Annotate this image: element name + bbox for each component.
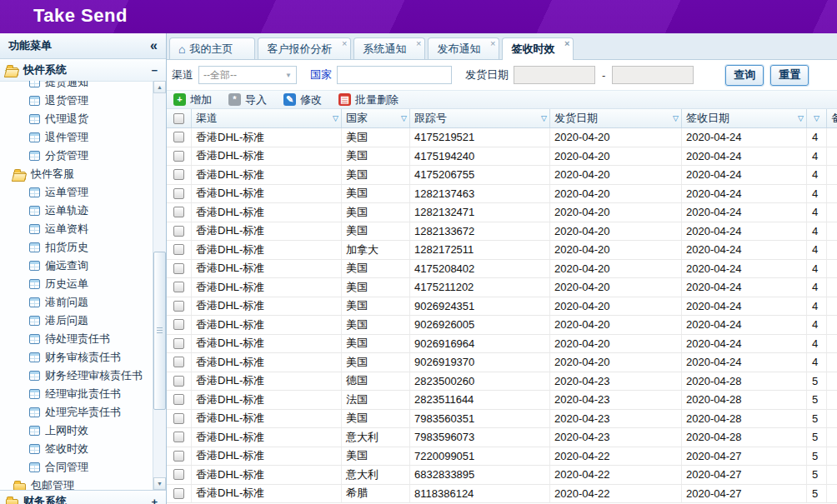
header-checkbox-cell[interactable] bbox=[167, 109, 192, 127]
tab-我的主页[interactable]: ⌂我的主页 bbox=[169, 37, 255, 59]
row-checkbox-cell[interactable] bbox=[167, 485, 192, 503]
sidebar-section-express-system[interactable]: → 快件系统 − bbox=[0, 59, 166, 82]
sidebar-item[interactable]: 财务审核责任书 bbox=[0, 348, 153, 367]
sort-icon[interactable]: ▽ bbox=[673, 114, 679, 122]
row-checkbox-cell[interactable] bbox=[167, 166, 192, 184]
scroll-down-icon[interactable]: ▼ bbox=[153, 477, 166, 490]
sidebar-item[interactable]: 提货通知 bbox=[0, 81, 153, 92]
tab-close-icon[interactable]: × bbox=[342, 39, 347, 48]
row-checkbox[interactable] bbox=[173, 413, 184, 424]
scrollbar-thumb[interactable] bbox=[153, 252, 166, 410]
sidebar-item[interactable]: 偏远查询 bbox=[0, 257, 153, 275]
table-row[interactable]: 香港DHL-标准意大利79835960732020-04-232020-04-2… bbox=[167, 428, 837, 447]
import-button[interactable]: *导入 bbox=[228, 92, 267, 107]
sort-icon[interactable]: ▽ bbox=[333, 114, 338, 122]
table-row[interactable]: 香港DHL-标准美国41752112022020-04-202020-04-24… bbox=[167, 278, 837, 297]
tab-close-icon[interactable]: × bbox=[490, 39, 495, 48]
row-checkbox[interactable] bbox=[173, 244, 184, 255]
edit-button[interactable]: ✎修改 bbox=[283, 92, 322, 107]
row-checkbox[interactable] bbox=[173, 319, 184, 330]
sidebar-item[interactable]: 签收时效 bbox=[0, 440, 153, 458]
row-checkbox-cell[interactable] bbox=[167, 428, 192, 447]
sidebar-item[interactable]: 包邮管理 bbox=[0, 477, 153, 490]
table-row[interactable]: 香港DHL-标准美国12821336722020-04-202020-04-24… bbox=[167, 222, 837, 242]
row-checkbox[interactable] bbox=[173, 376, 184, 387]
row-checkbox[interactable] bbox=[173, 188, 184, 199]
row-checkbox[interactable] bbox=[173, 226, 184, 237]
row-checkbox-cell[interactable] bbox=[167, 297, 192, 316]
row-checkbox-cell[interactable] bbox=[167, 147, 192, 166]
sidebar-item[interactable]: 合同管理 bbox=[0, 458, 153, 477]
table-row[interactable]: 香港DHL-标准美国41752067552020-04-202020-04-24… bbox=[167, 166, 837, 185]
row-checkbox[interactable] bbox=[173, 469, 184, 480]
table-row[interactable]: 香港DHL-标准美国90269243512020-04-202020-04-24… bbox=[167, 297, 837, 317]
table-row[interactable]: 香港DHL-标准美国90269169642020-04-202020-04-24… bbox=[167, 335, 837, 354]
row-checkbox[interactable] bbox=[173, 263, 184, 274]
sidebar-item[interactable]: 代理退货 bbox=[0, 110, 153, 128]
table-row[interactable]: 香港DHL-标准美国41752084022020-04-202020-04-24… bbox=[167, 260, 837, 279]
sidebar-item[interactable]: 运单资料 bbox=[0, 220, 153, 238]
sidebar-item[interactable]: 运单轨迹 bbox=[0, 202, 153, 220]
sidebar-section-finance-system[interactable]: 财务系统 + bbox=[0, 490, 166, 504]
batch-delete-button[interactable]: ▤批量删除 bbox=[338, 92, 398, 107]
row-checkbox[interactable] bbox=[173, 432, 184, 442]
tab-close-icon[interactable]: × bbox=[564, 39, 569, 48]
table-row[interactable]: 香港DHL-标准法国28235116442020-04-232020-04-28… bbox=[167, 391, 837, 410]
row-checkbox-cell[interactable] bbox=[167, 466, 192, 484]
row-checkbox-cell[interactable] bbox=[167, 335, 192, 353]
tab-客户报价分析[interactable]: 客户报价分析× bbox=[258, 37, 351, 59]
table-row[interactable]: 香港DHL-标准美国12821374632020-04-202020-04-24… bbox=[167, 185, 837, 204]
row-checkbox[interactable] bbox=[173, 488, 184, 499]
column-header-ship_date[interactable]: 发货日期▽ bbox=[550, 109, 682, 127]
sidebar-item[interactable]: 历史运单 bbox=[0, 275, 153, 293]
table-row[interactable]: 香港DHL-标准美国12821324712020-04-202020-04-24… bbox=[167, 203, 837, 222]
channel-select[interactable]: --全部-- ▼ bbox=[198, 66, 297, 84]
collapse-minus-icon[interactable]: − bbox=[151, 64, 158, 77]
expand-plus-icon[interactable]: + bbox=[151, 496, 158, 504]
sidebar-scrollbar[interactable]: ▲ ▼ bbox=[153, 81, 166, 490]
row-checkbox[interactable] bbox=[173, 132, 184, 142]
row-checkbox-cell[interactable] bbox=[167, 260, 192, 278]
row-checkbox-cell[interactable] bbox=[167, 447, 192, 466]
table-row[interactable]: 香港DHL-标准意大利68328338952020-04-222020-04-2… bbox=[167, 466, 837, 485]
table-row[interactable]: 香港DHL-标准美国72200990512020-04-222020-04-27… bbox=[167, 447, 837, 467]
sidebar-item[interactable]: 快件客服 bbox=[0, 165, 153, 183]
column-header-days[interactable]: ▽ bbox=[807, 109, 827, 127]
sort-icon[interactable]: ▽ bbox=[541, 114, 547, 122]
row-checkbox-cell[interactable] bbox=[167, 391, 192, 409]
table-row[interactable]: 香港DHL-标准美国79835603512020-04-232020-04-28… bbox=[167, 410, 837, 429]
table-row[interactable]: 香港DHL-标准美国90269260052020-04-202020-04-24… bbox=[167, 316, 837, 335]
tab-签收时效[interactable]: 签收时效× bbox=[502, 37, 574, 60]
table-row[interactable]: 香港DHL-标准德国28235002602020-04-232020-04-28… bbox=[167, 372, 837, 392]
sidebar-item[interactable]: 待处理责任书 bbox=[0, 330, 153, 348]
table-row[interactable]: 香港DHL-标准希腊81183861242020-04-222020-04-27… bbox=[167, 485, 837, 504]
row-checkbox-cell[interactable] bbox=[167, 222, 192, 241]
table-row[interactable]: 香港DHL-标准美国41752195212020-04-202020-04-24… bbox=[167, 128, 837, 147]
scroll-up-icon[interactable]: ▲ bbox=[153, 81, 166, 93]
row-checkbox-cell[interactable] bbox=[167, 128, 192, 147]
sort-icon[interactable]: ▽ bbox=[401, 114, 407, 122]
sidebar-item[interactable]: 运单管理 bbox=[0, 183, 153, 202]
row-checkbox-cell[interactable] bbox=[167, 203, 192, 222]
column-header-country[interactable]: 国家▽ bbox=[342, 109, 410, 127]
row-checkbox-cell[interactable] bbox=[167, 372, 192, 391]
row-checkbox[interactable] bbox=[173, 151, 184, 162]
row-checkbox[interactable] bbox=[173, 357, 184, 367]
row-checkbox[interactable] bbox=[173, 338, 184, 349]
sort-icon[interactable]: ▽ bbox=[798, 114, 804, 122]
ship-date-from-input[interactable] bbox=[514, 66, 595, 84]
sidebar-item[interactable]: 港前问题 bbox=[0, 293, 153, 312]
sidebar-item[interactable]: 扣货历史 bbox=[0, 238, 153, 257]
table-row[interactable]: 香港DHL-标准美国90269193702020-04-202020-04-24… bbox=[167, 353, 837, 372]
country-input[interactable] bbox=[337, 66, 452, 84]
sidebar-item[interactable]: 港后问题 bbox=[0, 312, 153, 330]
sidebar-item[interactable]: 分货管理 bbox=[0, 147, 153, 165]
row-checkbox-cell[interactable] bbox=[167, 185, 192, 203]
sidebar-item[interactable]: 退件管理 bbox=[0, 128, 153, 147]
search-button[interactable]: 查询 bbox=[725, 65, 764, 86]
table-row[interactable]: 香港DHL-标准美国41751942402020-04-202020-04-24… bbox=[167, 147, 837, 167]
row-checkbox[interactable] bbox=[173, 282, 184, 292]
sidebar-item[interactable]: 上网时效 bbox=[0, 422, 153, 440]
column-header-channel[interactable]: 渠道▽ bbox=[192, 109, 342, 127]
row-checkbox[interactable] bbox=[173, 394, 184, 405]
